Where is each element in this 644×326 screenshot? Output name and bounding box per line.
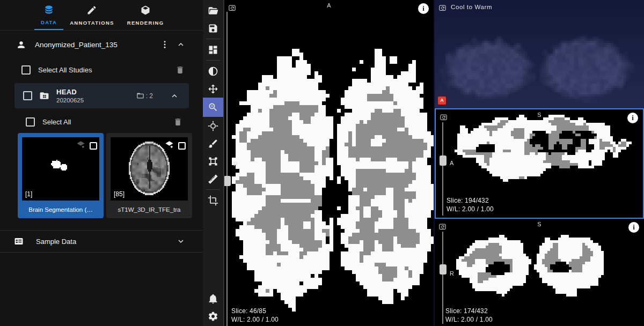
gear-icon [208,311,218,322]
info-button[interactable]: i [628,222,639,233]
series-tile-segmentation[interactable]: [1] Brain Segmentation (… [18,133,104,218]
tab-data[interactable]: DATA [34,0,63,30]
segmentation-thumbnail[interactable]: [1] [22,137,99,201]
paint-button[interactable] [203,135,223,152]
select-all-series-checkbox[interactable] [26,117,35,127]
trash-icon [175,65,185,75]
select-all-series-row: Select All [0,112,203,132]
sagittal-view[interactable]: S i A Slice: 194/432 W/L: 2.00 / 1.00 [435,108,644,219]
frame-count: [1] [25,190,32,198]
tab-annotations[interactable]: ANNOTATIONS [63,0,121,30]
axis-badge-anterior: A [438,97,446,105]
zoom-tool-button[interactable] [203,98,223,117]
orientation-label-anterior: A [450,160,453,166]
rectangle-tool-button[interactable] [203,152,223,170]
delete-series-button[interactable] [171,115,185,129]
study-series-count: : 2 [136,92,153,100]
module-tabs: DATA ANNOTATIONS RENDERING [0,0,203,31]
toolbar-divider [206,60,220,61]
reset-camera-button[interactable] [438,112,449,124]
sample-data-expand-button[interactable] [174,234,188,248]
coronal-view[interactable]: S i R Slice: 174/432 W/L: 2.00 / 1.00 [435,219,644,326]
tab-rendering[interactable]: RENDERING [121,0,171,30]
notifications-button[interactable] [203,290,223,307]
slice-slider[interactable] [442,232,443,324]
tool-strip [203,0,223,326]
series-caption: sT1W_3D_IR_TFE_tra [106,201,192,218]
pan-button[interactable] [203,80,223,98]
info-button[interactable]: i [418,3,429,14]
folder-open-icon [208,5,218,16]
reset-camera-button[interactable] [437,3,448,14]
slice-slider-handle[interactable] [440,264,447,275]
crop-icon [208,195,218,206]
series-tile-t1w[interactable]: [85] sT1W_3D_IR_TFE_tra [106,133,192,218]
slice-slider[interactable] [226,12,228,326]
window-level-button[interactable] [203,62,223,80]
camera-reset-icon [440,113,448,121]
toolbar-divider [206,39,220,39]
patient-collapse-button[interactable] [174,38,188,51]
slice-readout: Slice: 46/85 W/L: 2.00 / 1.00 [231,307,279,324]
patient-header[interactable]: Anonymized_Patient_135 [0,31,203,58]
slice-number: Slice: 194/432 [447,196,494,205]
study-date: 20200625 [56,97,129,103]
info-button[interactable]: i [627,113,638,123]
patient-menu-button[interactable] [158,38,172,51]
camera-reset-icon [438,4,447,12]
person-icon [16,40,26,50]
sample-data-row[interactable]: Sample Data [0,231,203,252]
divider [0,252,203,253]
volume-3d-view[interactable]: Cool to Warm A [435,0,644,108]
volume-rendering-image[interactable] [435,0,644,108]
series-tiles: [1] Brain Segmentation (… [85] sT1W_3D_I… [18,133,203,218]
slice-readout: Slice: 194/432 W/L: 2.00 / 1.00 [447,196,494,213]
pan-icon [208,84,218,94]
dashboard-icon [208,45,218,55]
select-all-studies-row: Select All Studies [0,58,203,81]
open-files-button[interactable] [203,2,223,19]
add-layer-icon[interactable] [76,140,85,151]
mri-thumbnail[interactable]: [85] [111,137,188,201]
crosshairs-button[interactable] [203,117,223,135]
study-collapse-button[interactable] [167,89,181,103]
save-icon [208,23,218,34]
slice-number: Slice: 174/432 [445,307,493,315]
chevron-down-icon [176,236,186,246]
study-name: HEAD [56,88,129,96]
study-checkbox[interactable] [23,91,32,100]
camera-reset-icon [228,4,236,12]
ruler-button[interactable] [203,170,223,188]
tab-rendering-label: RENDERING [127,20,164,26]
axial-view[interactable]: A i R Slice: 46/85 W/L: 2.00 / 1.00 [223,0,434,326]
toolbar-divider [206,189,220,190]
trash-icon [173,117,182,127]
slice-slider-handle[interactable] [224,176,231,186]
reset-camera-button[interactable] [437,221,448,233]
chevron-up-icon [170,91,179,101]
slice-slider-handle[interactable] [440,155,447,166]
axial-slice-image[interactable] [224,0,434,326]
settings-button[interactable] [203,307,223,325]
study-card-head[interactable]: HEAD 20200625 : 2 [14,83,189,108]
orientation-label-right: R [450,270,454,277]
layouts-button[interactable] [203,41,223,58]
save-session-button[interactable] [203,19,223,37]
series-checkbox[interactable] [90,142,97,150]
sample-data-icon [14,236,24,246]
select-all-studies-checkbox[interactable] [21,65,31,75]
crop-button[interactable] [203,191,223,209]
reset-camera-button[interactable] [227,3,237,14]
tab-annotations-label: ANNOTATIONS [70,20,114,26]
database-icon [43,4,54,17]
slice-slider[interactable] [442,122,443,216]
kebab-icon [160,40,170,49]
add-layer-icon[interactable] [165,140,174,151]
brush-icon [208,138,218,149]
slice-number: Slice: 46/85 [231,307,279,315]
select-all-series-label: Select All [42,118,164,126]
volview-app: DATA ANNOTATIONS RENDERING Anonymized_Pa… [0,0,644,326]
delete-studies-button[interactable] [173,63,187,77]
study-folder-icon [39,91,49,101]
series-checkbox[interactable] [178,142,186,150]
